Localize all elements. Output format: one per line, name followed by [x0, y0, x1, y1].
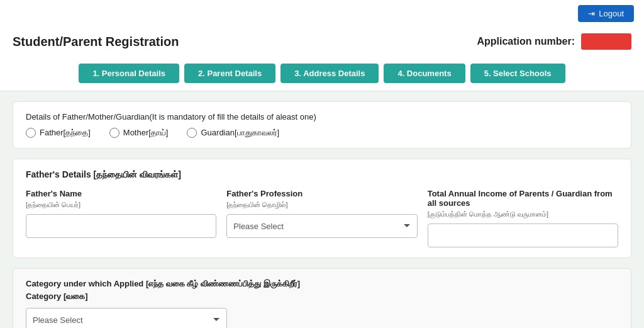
category-section: Category under which Applied [எந்த வகை க… [13, 268, 631, 328]
fathers-profession-group: Father's Profession [தந்தையின் தொழில்] P… [226, 189, 417, 247]
app-number-value [581, 33, 631, 50]
father-radio[interactable] [26, 128, 36, 138]
fathers-profession-select[interactable]: Please Select [226, 214, 417, 238]
guardian-options: Father[தந்தை] Mother[தாய்] Guardian[பாது… [26, 128, 618, 138]
annual-income-sublabel: [குடும்பத்தின் மொத்த ஆண்டு வருமானம்] [428, 210, 618, 218]
logout-label: Logout [599, 9, 624, 18]
fathers-section-header: Father's Details [தந்தையின் விவரங்கள்] [26, 169, 618, 180]
logout-button[interactable]: ⇥ Logout [578, 5, 634, 22]
annual-income-group: Total Annual Income of Parents / Guardia… [428, 189, 618, 247]
fathers-profession-select-wrapper: Please Select [226, 214, 417, 238]
guardian-label: Guardian[பாதுகாவலர்] [201, 128, 279, 138]
top-bar: ⇥ Logout [0, 0, 644, 27]
steps-nav: 1. Personal Details 2. Parent Details 3.… [0, 56, 644, 91]
category-subtitle: Category [வகை] [26, 291, 618, 302]
category-select-wrapper: Please Select [26, 308, 227, 328]
step-5-button[interactable]: 5. Select Schools [470, 64, 565, 83]
guardian-section: Details of Father/Mother/Guardian(It is … [13, 101, 631, 149]
app-number-row: Application number: [477, 33, 631, 50]
step-1-button[interactable]: 1. Personal Details [79, 64, 179, 83]
main-content: Details of Father/Mother/Guardian(It is … [0, 91, 644, 328]
father-radio-label[interactable]: Father[தந்தை] [26, 128, 91, 138]
fathers-profession-sublabel: [தந்தையின் தொழில்] [226, 201, 417, 209]
mother-radio-label[interactable]: Mother[தாய்] [109, 128, 169, 138]
fathers-details-section: Father's Details [தந்தையின் விவரங்கள்] F… [13, 159, 631, 258]
fathers-form-grid: Father's Name [தந்தையின் பெயர்] Father's… [26, 189, 618, 247]
step-4-button[interactable]: 4. Documents [384, 64, 465, 83]
guardian-radio-label[interactable]: Guardian[பாதுகாவலர்] [187, 128, 279, 138]
annual-income-label: Total Annual Income of Parents / Guardia… [428, 189, 618, 208]
mother-radio[interactable] [109, 128, 119, 138]
fathers-name-input[interactable] [26, 214, 216, 238]
category-select[interactable]: Please Select [26, 308, 227, 328]
guardian-radio[interactable] [187, 128, 197, 138]
fathers-name-sublabel: [தந்தையின் பெயர்] [26, 201, 216, 209]
category-section-title: Category under which Applied [எந்த வகை க… [26, 279, 618, 289]
guardian-info-text: Details of Father/Mother/Guardian(It is … [26, 112, 618, 122]
fathers-name-group: Father's Name [தந்தையின் பெயர்] [26, 189, 216, 247]
fathers-name-label: Father's Name [26, 189, 216, 198]
page-title: Student/Parent Registration [13, 35, 179, 49]
step-3-button[interactable]: 3. Address Details [280, 64, 379, 83]
logout-icon: ⇥ [588, 9, 595, 18]
mother-label: Mother[தாய்] [123, 128, 169, 138]
app-number-label: Application number: [477, 36, 575, 47]
header-row: Student/Parent Registration Application … [0, 27, 644, 56]
father-label: Father[தந்தை] [40, 128, 91, 138]
step-2-button[interactable]: 2. Parent Details [184, 64, 275, 83]
fathers-profession-label: Father's Profession [226, 189, 417, 198]
annual-income-input[interactable] [428, 223, 618, 247]
